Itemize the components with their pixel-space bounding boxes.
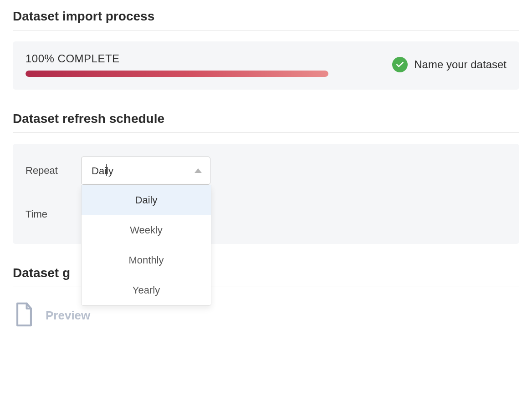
divider bbox=[13, 30, 519, 30]
progress-fill bbox=[26, 71, 328, 77]
repeat-option-yearly[interactable]: Yearly bbox=[82, 275, 211, 305]
check-circle-icon bbox=[392, 57, 408, 72]
repeat-select-value: Daily bbox=[92, 164, 113, 177]
repeat-option-weekly[interactable]: Weekly bbox=[82, 215, 211, 245]
progress-wrap: 100% COMPLETE bbox=[26, 52, 374, 77]
repeat-label: Repeat bbox=[26, 165, 65, 177]
status-block: Name your dataset bbox=[392, 57, 506, 72]
repeat-dropdown: Daily Weekly Monthly Yearly bbox=[81, 185, 211, 306]
schedule-panel: Repeat Daily Daily Weekly Monthly Yearly… bbox=[13, 144, 519, 244]
time-label: Time bbox=[26, 208, 65, 220]
progress-label: 100% COMPLETE bbox=[26, 52, 374, 65]
import-panel: 100% COMPLETE Name your dataset bbox=[13, 41, 519, 90]
repeat-option-daily[interactable]: Daily bbox=[82, 185, 211, 215]
progress-bar bbox=[26, 71, 328, 77]
section-title-import: Dataset import process bbox=[13, 9, 519, 24]
section-title-schedule: Dataset refresh schedule bbox=[13, 111, 519, 126]
repeat-option-monthly[interactable]: Monthly bbox=[82, 245, 211, 275]
divider bbox=[13, 132, 519, 133]
repeat-row: Repeat Daily Daily Weekly Monthly Yearly bbox=[26, 157, 506, 185]
status-text: Name your dataset bbox=[414, 58, 506, 71]
preview-label: Preview bbox=[46, 309, 90, 323]
document-icon bbox=[14, 302, 35, 329]
text-caret bbox=[106, 164, 107, 176]
repeat-select[interactable]: Daily Daily Weekly Monthly Yearly bbox=[81, 157, 210, 185]
caret-up-icon bbox=[194, 168, 202, 173]
